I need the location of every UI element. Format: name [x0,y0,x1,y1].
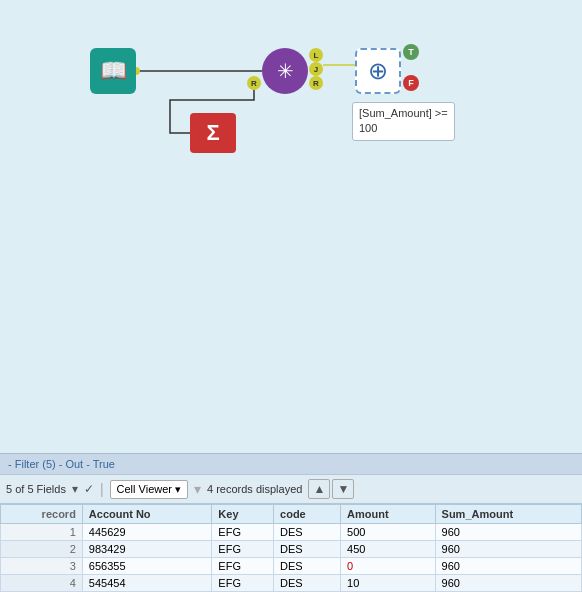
sort-down-button[interactable] [332,479,354,499]
cell-key: EFG [212,524,274,541]
col-header-amount: Amount [341,505,436,524]
check-icon[interactable]: ✓ [84,482,94,496]
col-header-sum-amount: Sum_Amount [435,505,581,524]
book-node[interactable]: 📖 [90,48,136,94]
status-bar: - Filter (5) - Out - True [0,453,582,474]
data-table-container: record Account No Key code Amount Sum_Am… [0,504,582,592]
filter-icon: ⊕ [368,57,388,85]
table-header-row: record Account No Key code Amount Sum_Am… [1,505,582,524]
dropdown-chevron-icon [175,483,181,496]
chevron-down-icon[interactable] [72,482,78,496]
filter-label-false: F [403,75,419,91]
table-row: 1445629EFGDES500960 [1,524,582,541]
cell-sum-amount: 960 [435,558,581,575]
filter-condition-text: [Sum_Amount] >=100 [359,107,448,134]
cell-account-no: 983429 [82,541,211,558]
sort-buttons [308,479,354,499]
cell-sum-amount: 960 [435,575,581,592]
cell-viewer-dropdown[interactable]: Cell Viewer [110,480,188,499]
table-row: 4545454EFGDES10960 [1,575,582,592]
cell-sum-amount: 960 [435,541,581,558]
join-label-r1: R [309,76,323,90]
cell-sum-amount: 960 [435,524,581,541]
cell-account-no: 656355 [82,558,211,575]
data-table: record Account No Key code Amount Sum_Am… [0,504,582,592]
fields-badge: 5 of 5 Fields [6,483,66,495]
toolbar: 5 of 5 Fields ✓ | Cell Viewer ▾ 4 record… [0,474,582,504]
cell-key: EFG [212,558,274,575]
cell-code: DES [274,541,341,558]
toolbar-separator: | [100,481,104,497]
col-header-code: code [274,505,341,524]
cell-record: 1 [1,524,83,541]
join-node[interactable]: ✳ [262,48,308,94]
col-header-key: Key [212,505,274,524]
cell-key: EFG [212,575,274,592]
col-header-account-no: Account No [82,505,211,524]
cell-amount: 450 [341,541,436,558]
cell-amount: 500 [341,524,436,541]
col-header-record: record [1,505,83,524]
join-label-l: L [309,48,323,62]
fields-label: 5 of 5 Fields [6,483,66,495]
cell-code: DES [274,524,341,541]
join-label-r2: R [247,76,261,90]
status-text: - Filter (5) - Out - True [8,458,115,470]
filter-condition-box: [Sum_Amount] >=100 [352,102,455,141]
cell-amount: 0 [341,558,436,575]
cell-record: 3 [1,558,83,575]
cell-code: DES [274,558,341,575]
arrow-up-icon [313,482,325,496]
sum-node[interactable]: Σ [190,113,236,153]
sort-up-button[interactable] [308,479,330,499]
cell-code: DES [274,575,341,592]
workflow-canvas: 📖 ✳ L J R R ⊕ T F Σ [Sum_Amount] >=100 [0,0,582,453]
cell-amount: 10 [341,575,436,592]
cell-viewer-label: Cell Viewer [117,483,172,495]
filter-node[interactable]: ⊕ [355,48,401,94]
sum-icon: Σ [206,120,219,146]
cell-record: 4 [1,575,83,592]
cell-record: 2 [1,541,83,558]
cell-key: EFG [212,541,274,558]
book-icon: 📖 [100,58,127,84]
join-icon: ✳ [277,59,294,83]
toolbar-separator-2: ▾ [194,481,201,497]
join-label-j: J [309,62,323,76]
records-label: 4 records displayed [207,483,302,495]
table-row: 2983429EFGDES450960 [1,541,582,558]
table-row: 3656355EFGDES0960 [1,558,582,575]
cell-account-no: 545454 [82,575,211,592]
cell-account-no: 445629 [82,524,211,541]
filter-label-true: T [403,44,419,60]
arrow-down-icon [337,482,349,496]
